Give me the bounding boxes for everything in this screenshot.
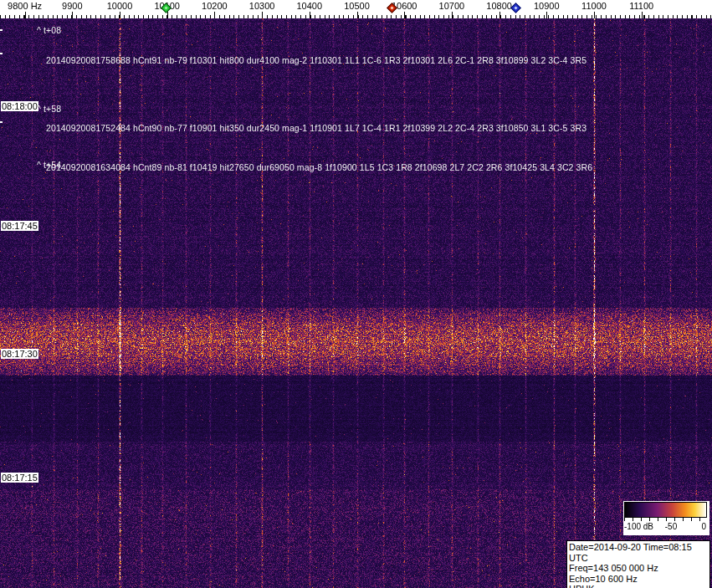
frequency-axis: 9800 Hz990010000101001020010300104001050… <box>0 0 712 18</box>
colorbar-label-mid: -50 <box>665 522 677 531</box>
spectrogram-app-window: 9800 Hz990010000101001020010300104001050… <box>0 0 712 588</box>
info-line-date-time: Date=2014-09-20 Time=08:15 UTC <box>569 542 708 563</box>
freq-axis-major-tick <box>642 12 643 18</box>
freq-axis-label-10800: 10800 <box>486 1 512 11</box>
colorbar-labels: -100 dB -50 0 <box>624 521 707 532</box>
freq-axis-label-11100: 11100 <box>629 1 653 11</box>
colorbar-legend: -100 dB -50 0 <box>623 501 709 535</box>
freq-axis-major-tick <box>310 12 310 18</box>
freq-axis-minor-ticks <box>0 15 712 18</box>
freq-axis-label-11000: 11000 <box>581 1 607 11</box>
info-line-frequency: Freq=143 050 000 Hz <box>569 563 708 574</box>
info-box: Date=2014-09-20 Time=08:15 UTC Freq=143 … <box>566 540 710 588</box>
blue-marker-center <box>514 6 517 9</box>
freq-axis-label-9800: 9800 Hz <box>8 1 42 11</box>
spectrogram-waterfall-canvas[interactable] <box>0 18 712 588</box>
freq-axis-label-9900: 9900 <box>62 1 82 11</box>
info-line-station: HPHK <box>569 584 708 588</box>
freq-axis-label-10500: 10500 <box>344 1 370 11</box>
freq-axis-label-10900: 10900 <box>534 1 560 11</box>
freq-axis-major-tick <box>25 12 26 18</box>
freq-axis-label-10000: 10000 <box>107 1 133 11</box>
freq-axis-label-10400: 10400 <box>297 1 323 11</box>
colorbar-label-min: -100 dB <box>624 522 653 531</box>
freq-axis-major-tick <box>262 12 263 18</box>
freq-axis-label-10200: 10200 <box>202 1 228 11</box>
colorbar-gradient <box>624 502 707 518</box>
blue-marker-diamond-icon[interactable] <box>510 3 521 13</box>
freq-axis-major-tick <box>452 12 453 18</box>
colorbar-label-max: 0 <box>701 522 706 531</box>
green-marker-center <box>164 6 167 9</box>
freq-axis-major-tick <box>214 12 215 18</box>
freq-axis-major-tick <box>72 12 73 18</box>
red-marker-center <box>390 6 393 9</box>
freq-axis-label-10300: 10300 <box>249 1 275 11</box>
freq-axis-major-tick <box>546 12 547 18</box>
freq-axis-major-tick <box>167 12 168 18</box>
freq-axis-label-10700: 10700 <box>439 1 465 11</box>
freq-axis-major-tick <box>404 12 405 18</box>
info-line-echo: Echo=10 600 Hz <box>569 574 708 585</box>
freq-axis-major-tick <box>357 12 358 18</box>
freq-axis-major-tick <box>499 12 500 18</box>
freq-axis-major-tick <box>594 12 595 18</box>
freq-axis-major-tick <box>120 12 120 18</box>
